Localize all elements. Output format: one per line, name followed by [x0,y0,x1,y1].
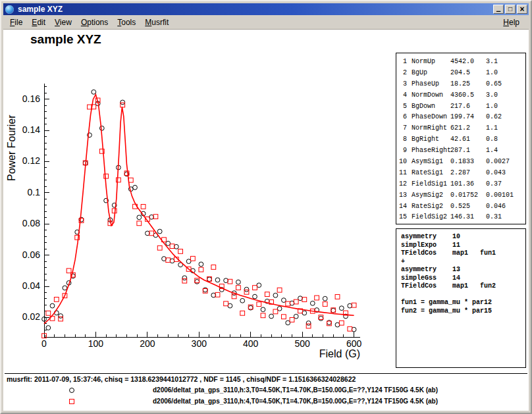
theory-line: TFieldCos map1 fun2 [401,282,525,291]
param-value: 217.6 [450,103,486,110]
maximize-icon: □ [508,6,512,13]
app-window: sample XYZ ▁ □ × FileEditViewOptionsTool… [0,0,532,414]
param-number: 4 [396,91,407,99]
svg-text:0.16: 0.16 [22,93,40,104]
param-number: 8 [396,136,407,143]
theory-line [401,291,525,299]
close-button[interactable]: × [517,5,527,14]
param-value: 0.525 [450,203,486,210]
param-value: 0.1833 [450,158,486,165]
maximize-button[interactable]: □ [505,5,516,14]
param-error: 0.046 [486,203,525,210]
legend-item: d2006/deltat_pta_gps_3110,h:4,T0=4.50K,T… [3,397,529,407]
param-name: AsymSig1 [407,158,450,165]
footer-divider [5,373,527,374]
param-error: 1.4 [486,147,525,154]
legend-marker-square-icon [69,399,74,404]
param-value: 101.36 [450,180,486,188]
svg-text:0.04: 0.04 [22,280,40,291]
param-row: 7NormRight621.21.1 [396,122,525,134]
param-row: 1NormUp4542.03.1 [396,56,525,67]
param-number: 6 [396,113,407,120]
param-row: 10AsymSig10.18330.0027 [396,156,525,167]
param-row: 9PhaseRight287.11.4 [396,145,525,156]
menubar-left: FileEditViewOptionsToolsMusrfit [3,16,174,29]
param-row: 8BgRight42.610.8 [396,134,525,145]
parameter-box: 1NormUp4542.03.12BgUp204.51.03PhaseUp18.… [396,53,526,224]
svg-text:0.02: 0.02 [22,311,40,322]
close-icon: × [519,5,524,13]
minimize-button[interactable]: ▁ [493,5,504,14]
param-error: 0.65 [486,80,525,88]
theory-line: asymmetry 10 [401,233,525,242]
param-number: 15 [396,213,407,220]
theory-line: asymmetry 13 [401,266,525,274]
app-icon[interactable] [5,5,14,14]
param-value: 4542.0 [450,58,486,65]
param-value: 18.25 [450,80,486,88]
param-value: 2.287 [450,169,486,176]
svg-text:0: 0 [41,338,47,349]
param-number: 11 [396,169,407,176]
param-row: 12FieldSig1101.360.37 [396,178,525,190]
param-name: NormUp [407,58,450,65]
param-row: 14RateSig20.5250.046 [396,201,525,212]
theory-line: + [401,258,525,267]
param-name: PhaseRight [407,147,450,154]
root-canvas[interactable]: sample XYZ 01002003004005006000.020.040.… [3,30,529,411]
param-row: 3PhaseUp18.250.65 [396,78,525,90]
menubar: FileEditViewOptionsToolsMusrfit Help [3,15,529,30]
theory-line: simpleGss 14 [401,274,525,283]
svg-text:0.1: 0.1 [28,187,41,197]
param-value: 4360.5 [450,91,486,99]
theory-line: fun1 = gamma_mu * par12 [401,299,525,307]
param-row: 2BgUp204.51.0 [396,67,525,78]
param-row: 4NormDown4360.53.0 [396,90,525,101]
param-error: 0.0027 [486,158,525,165]
titlebar: sample XYZ ▁ □ × [3,3,529,15]
param-row: 6PhaseDown199.740.62 [396,111,525,122]
theory-line: TFieldCos map1 fun1 [401,249,525,258]
param-row: 15FieldSig2146.310.31 [396,211,525,222]
y-axis-title: Power Fourier [6,115,17,181]
menu-item-view[interactable]: View [51,16,77,29]
menu-item-options[interactable]: Options [77,16,113,29]
param-name: PhaseUp [407,80,450,88]
series-h4-points [42,98,356,338]
param-error: 0.37 [486,180,525,188]
param-number: 12 [396,180,407,188]
param-error: 3.1 [486,58,525,65]
menu-item-musrfit[interactable]: Musrfit [141,16,174,29]
param-name: BgDown [407,103,450,110]
param-error: 0.043 [486,169,525,176]
menu-item-help[interactable]: Help [499,16,525,29]
param-error: 0.31 [486,213,525,220]
svg-text:500: 500 [294,338,310,349]
param-name: BgUp [407,69,450,76]
param-error: 3.0 [486,91,525,99]
param-value: 0.01752 [450,192,486,199]
param-name: FieldSig1 [407,180,450,188]
legend-item: d2006/deltat_pta_gps_3110,h:3,T0=4.50K,T… [3,386,529,396]
menu-item-file[interactable]: File [6,16,28,29]
param-number: 9 [396,147,407,154]
menu-item-tools[interactable]: Tools [113,16,141,29]
window-title: sample XYZ [18,5,63,14]
param-value: 204.5 [450,69,486,76]
param-name: NormRight [407,124,450,132]
param-name: BgRight [407,136,450,143]
param-value: 146.31 [450,213,486,220]
theory-line: simplExpo 11 [401,242,525,250]
param-value: 621.2 [450,124,486,132]
param-name: FieldSig2 [407,213,450,220]
param-name: PhaseDown [407,113,450,120]
svg-text:600: 600 [346,338,362,349]
svg-text:400: 400 [243,338,259,349]
theory-box: asymmetry 10simplExpo 11TFieldCos map1 f… [396,228,526,368]
param-number: 2 [396,69,407,76]
menu-item-edit[interactable]: Edit [28,16,51,29]
param-error: 0.62 [486,113,525,120]
param-row: 11RateSig12.2870.043 [396,167,525,178]
svg-text:0.06: 0.06 [22,249,40,260]
param-error: 1.1 [486,124,525,132]
